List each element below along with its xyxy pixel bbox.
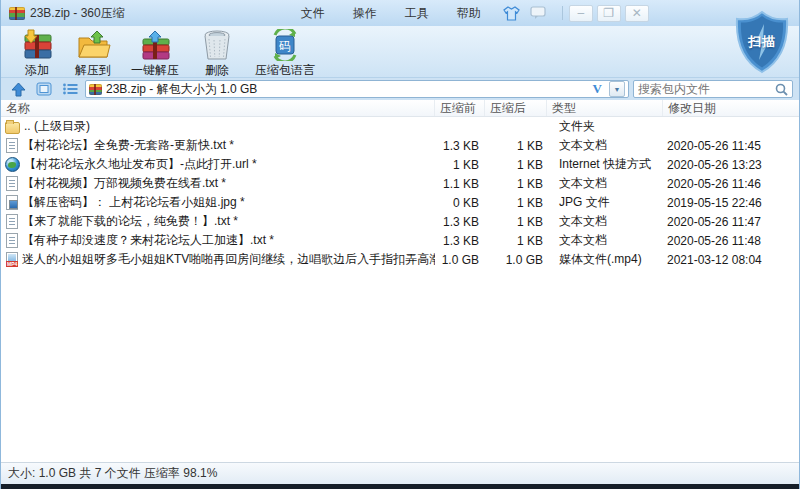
statusbar: 大小: 1.0 GB 共 7 个文件 压缩率 98.1% [1, 462, 799, 484]
file-list: .. (上级目录) 文件夹 【村花论坛】全免费-无套路-更新快.txt * 1.… [1, 117, 799, 462]
column-header-size-before[interactable]: 压缩前 [435, 100, 485, 116]
text-file-icon [6, 233, 18, 248]
list-view-button[interactable] [59, 80, 81, 98]
window-bottom-edge [1, 484, 799, 489]
menubar: 文件 操作 工具 帮助 [287, 2, 495, 25]
table-row[interactable]: 【村花视频】万部视频免费在线看.txt * 1.1 KB 1 KB 文本文档 2… [1, 174, 799, 193]
table-row[interactable]: 【解压密码】： 上村花论坛看小姐姐.jpg * 0 KB 1 KB JPG 文件… [1, 193, 799, 212]
file-date: 2020-05-26 11:48 [663, 234, 799, 248]
one-click-extract-button[interactable]: 一键解压 [121, 28, 189, 80]
language-code-icon: 码 [267, 29, 303, 61]
address-bar[interactable]: 23B.zip - 解包大小为 1.0 GB V ▼ [85, 80, 629, 98]
file-name: 【村花论坛永久地址发布页】-点此打开.url * [24, 156, 257, 173]
file-name: .. (上级目录) [24, 118, 90, 135]
table-row[interactable]: 【村花论坛】全免费-无套路-更新快.txt * 1.3 KB 1 KB 文本文档… [1, 136, 799, 155]
icon-view-button[interactable] [33, 80, 55, 98]
mp4-file-icon [6, 252, 18, 267]
search-input[interactable] [638, 82, 775, 96]
menu-operation[interactable]: 操作 [339, 2, 391, 25]
add-button[interactable]: 添加 [9, 28, 65, 80]
file-type: 文本文档 [547, 137, 663, 154]
one-click-extract-label: 一键解压 [131, 62, 179, 79]
archive-zip-icon [89, 84, 102, 95]
address-row: 23B.zip - 解包大小为 1.0 GB V ▼ [1, 78, 799, 100]
archive-path: 23B.zip - 解包大小为 1.0 GB [106, 81, 586, 98]
column-header-type[interactable]: 类型 [547, 100, 663, 116]
file-date: 2020-05-26 11:46 [663, 177, 799, 191]
titlebar: 23B.zip - 360压缩 文件 操作 工具 帮助 – ❐ ✕ [1, 0, 799, 26]
address-history-dropdown[interactable]: ▼ [609, 81, 625, 97]
file-date: 2019-05-15 22:46 [663, 196, 799, 210]
file-name: 【村花论坛】全免费-无套路-更新快.txt * [22, 137, 234, 154]
archive-add-icon [19, 29, 55, 61]
archive-language-label: 压缩包语言 [255, 62, 315, 79]
menu-file[interactable]: 文件 [287, 2, 339, 25]
table-row-parent-dir[interactable]: .. (上级目录) 文件夹 [1, 117, 799, 136]
extract-to-label: 解压到 [75, 62, 111, 79]
text-file-icon [6, 176, 18, 191]
table-row[interactable]: 【来了就能下载的论坛，纯免费！】.txt * 1.3 KB 1 KB 文本文档 … [1, 212, 799, 231]
maximize-button[interactable]: ❐ [597, 5, 621, 22]
window-controls: – ❐ ✕ [560, 5, 649, 22]
column-header-name[interactable]: 名称 [1, 100, 435, 116]
app-window: 23B.zip - 360压缩 文件 操作 工具 帮助 – ❐ ✕ [0, 0, 800, 489]
file-date: 2020-05-26 13:23 [663, 158, 799, 172]
size-after: 1.0 GB [485, 253, 547, 267]
table-row[interactable]: 【村花论坛永久地址发布页】-点此打开.url * 1 KB 1 KB Inter… [1, 155, 799, 174]
add-label: 添加 [25, 62, 49, 79]
size-before: 0 KB [435, 196, 485, 210]
delete-button[interactable]: 删除 [189, 28, 245, 80]
column-header-date[interactable]: 修改日期 [663, 100, 799, 116]
folder-icon [5, 122, 20, 134]
file-type: 文本文档 [547, 175, 663, 192]
search-icon[interactable] [775, 83, 788, 96]
size-after: 1 KB [485, 234, 547, 248]
file-type: 媒体文件(.mp4) [547, 251, 663, 268]
scan-label: 扫描 [748, 33, 776, 51]
toolbar: 添加 解压到 一键解压 [1, 26, 799, 78]
menu-tools[interactable]: 工具 [391, 2, 443, 25]
file-name: 【村花视频】万部视频免费在线看.txt * [22, 175, 226, 192]
menu-help[interactable]: 帮助 [443, 2, 495, 25]
delete-label: 删除 [205, 62, 229, 79]
search-box[interactable] [633, 80, 793, 98]
text-file-icon [6, 138, 18, 153]
skin-tshirt-icon[interactable] [503, 6, 520, 21]
text-file-icon [6, 214, 18, 229]
size-before: 1 KB [435, 158, 485, 172]
size-after: 1 KB [485, 215, 547, 229]
archive-language-button[interactable]: 码 压缩包语言 [245, 28, 325, 80]
size-before: 1.3 KB [435, 139, 485, 153]
size-before: 1.1 KB [435, 177, 485, 191]
list-view-icon [62, 82, 78, 96]
minimize-button[interactable]: – [569, 5, 593, 22]
icon-view-icon [36, 82, 52, 96]
size-after: 1 KB [485, 158, 547, 172]
folder-extract-icon [75, 29, 111, 61]
up-directory-button[interactable] [7, 80, 29, 98]
file-name: 【解压密码】： 上村花论坛看小姐姐.jpg * [22, 194, 245, 211]
size-before: 1.3 KB [435, 215, 485, 229]
close-button[interactable]: ✕ [625, 5, 649, 22]
size-after: 1 KB [485, 196, 547, 210]
column-header-size-after[interactable]: 压缩后 [485, 100, 547, 116]
file-type: 文本文档 [547, 232, 663, 249]
url-shortcut-icon [5, 157, 20, 172]
scan-shield-button[interactable]: 扫描 [733, 10, 791, 74]
file-type: 文本文档 [547, 213, 663, 230]
feedback-bubble-icon[interactable] [530, 6, 546, 20]
table-row[interactable]: 迷人的小姐姐呀多毛小姐姐KTV啪啪再回房间继续，边唱歌边后入手指扣弄高潮喷水回.… [1, 250, 799, 269]
trash-icon [199, 29, 235, 61]
window-title: 23B.zip - 360压缩 [30, 5, 125, 22]
file-type: Internet 快捷方式 [547, 156, 663, 173]
extract-to-button[interactable]: 解压到 [65, 28, 121, 80]
up-arrow-icon [11, 82, 26, 97]
svg-text:码: 码 [279, 39, 291, 53]
address-v-glyph: V [590, 81, 605, 97]
file-type: 文件夹 [547, 118, 663, 135]
app-zip-icon [9, 7, 25, 20]
file-date: 2021-03-12 08:04 [663, 253, 799, 267]
status-text: 大小: 1.0 GB 共 7 个文件 压缩率 98.1% [8, 465, 217, 482]
table-row[interactable]: 【有种子却没速度？来村花论坛人工加速】.txt * 1.3 KB 1 KB 文本… [1, 231, 799, 250]
file-name: 【来了就能下载的论坛，纯免费！】.txt * [22, 213, 238, 230]
